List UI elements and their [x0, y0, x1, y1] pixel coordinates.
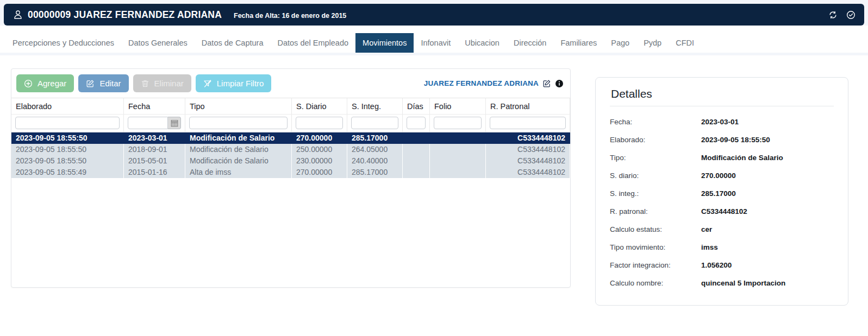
- content-area: Agregar Editar Eliminar: [0, 55, 868, 306]
- cell-r-patronal: C5334448102: [486, 155, 570, 167]
- eliminar-button[interactable]: Eliminar: [133, 74, 191, 92]
- employee-id-name: 00000009 JUAREZ FERNANDEZ ADRIANA: [28, 9, 222, 21]
- cell-folio: [430, 144, 486, 155]
- detail-row: Tipo: Modificación de Salario: [610, 149, 834, 167]
- plus-circle-icon: [24, 79, 33, 88]
- person-icon: [13, 9, 23, 20]
- cell-s-integ: 264.05000: [347, 144, 403, 155]
- filter-input-r-patronal[interactable]: [490, 117, 566, 129]
- detail-row: S. diario: 270.00000: [610, 167, 834, 185]
- filter-input-s-diario[interactable]: [296, 117, 343, 129]
- tab-percepciones-y-deducciones[interactable]: Percepciones y Deducciones: [5, 33, 121, 53]
- cell-dias: [403, 132, 430, 144]
- detail-value: cer: [701, 225, 712, 233]
- detail-row: Tipo movimiento: imss: [610, 238, 834, 256]
- cell-folio: [430, 167, 486, 178]
- filter-input-fecha[interactable]: [128, 117, 168, 129]
- sync-icon[interactable]: [828, 10, 838, 20]
- cell-tipo: Modificación de Salario: [185, 155, 292, 167]
- tab-infonavit[interactable]: Infonavit: [414, 33, 458, 53]
- cell-s-integ: 285.17000: [347, 132, 403, 144]
- trash-icon: [141, 79, 149, 88]
- details-list: Fecha: 2023-03-01 Elaborado: 2023-09-05 …: [610, 113, 834, 292]
- filter-input-elaborado[interactable]: [15, 117, 120, 129]
- info-icon[interactable]: [555, 79, 564, 88]
- detail-label: Factor integracion:: [610, 261, 701, 269]
- cell-tipo: Modificación de Salario: [185, 144, 292, 155]
- page-top: 00000009 JUAREZ FERNANDEZ ADRIANA Fecha …: [0, 0, 868, 26]
- cell-fecha: 2023-03-01: [124, 132, 185, 144]
- cell-tipo: Modificación de Salario: [185, 132, 292, 144]
- detail-value: 2023-09-05 18:55:50: [701, 136, 770, 144]
- table-filter-row: [11, 115, 570, 132]
- detail-label: Calculo nombre:: [610, 279, 701, 287]
- table-empty-area: [11, 178, 570, 287]
- filter-slash-icon: [203, 79, 212, 88]
- tab-movimientos[interactable]: Movimientos: [355, 33, 414, 53]
- cell-r-patronal: C5334448102: [486, 167, 570, 178]
- column-header-fecha[interactable]: Fecha: [124, 98, 185, 115]
- cell-s-integ: 240.40000: [347, 155, 403, 167]
- detail-row: Fecha: 2023-03-01: [610, 113, 834, 131]
- agregar-button[interactable]: Agregar: [16, 74, 74, 92]
- column-header-elaborado[interactable]: Elaborado: [11, 98, 124, 115]
- column-header-r-patronal[interactable]: R. Patronal: [486, 98, 570, 115]
- detail-value: Modificación de Salario: [701, 154, 783, 162]
- detail-value: C5334448102: [701, 207, 747, 215]
- cell-elaborado: 2023-09-05 18:55:50: [11, 155, 124, 167]
- employee-header-bar: 00000009 JUAREZ FERNANDEZ ADRIANA Fecha …: [4, 4, 864, 26]
- tab-pydp[interactable]: Pydp: [636, 33, 669, 53]
- table-row[interactable]: 2023-09-05 18:55:50 2015-05-01 Modificac…: [11, 155, 570, 167]
- tab-ubicacion[interactable]: Ubicacion: [458, 33, 507, 53]
- filter-input-folio[interactable]: [434, 117, 482, 129]
- detail-row: S. integ.: 285.17000: [610, 185, 834, 202]
- detail-label: Fecha:: [610, 118, 701, 126]
- column-header-folio[interactable]: Folio: [430, 98, 486, 115]
- table-row[interactable]: 2023-09-05 18:55:49 2015-01-16 Alta de i…: [11, 167, 570, 178]
- detail-row: R. patronal: C5334448102: [610, 202, 834, 220]
- detail-label: Elaborado:: [610, 136, 701, 144]
- table-row[interactable]: 2023-09-05 18:55:50 2023-03-01 Modificac…: [11, 132, 570, 144]
- tab-pago[interactable]: Pago: [604, 33, 636, 53]
- column-header-tipo[interactable]: Tipo: [185, 98, 292, 115]
- calendar-icon[interactable]: [168, 117, 181, 129]
- detail-label: S. integ.:: [610, 189, 701, 198]
- detail-label: R. patronal:: [610, 207, 701, 215]
- table-header-row: Elaborado Fecha Tipo S. Diario S. Integ.…: [11, 98, 570, 115]
- tab-cfdi[interactable]: CFDI: [669, 33, 701, 53]
- cell-elaborado: 2023-09-05 18:55:50: [11, 132, 124, 144]
- detail-row: Calculo estatus: cer: [610, 220, 834, 238]
- filter-input-tipo[interactable]: [189, 117, 288, 129]
- tab-direccion[interactable]: Dirección: [507, 33, 553, 53]
- eliminar-label: Eliminar: [154, 79, 184, 88]
- cell-dias: [403, 167, 430, 178]
- cell-folio: [430, 132, 486, 144]
- tab-datos-del-empleado[interactable]: Datos del Empleado: [270, 33, 355, 53]
- selected-employee-link[interactable]: JUAREZ FERNANDEZ ADRIANA: [424, 79, 539, 87]
- filter-input-dias[interactable]: [407, 117, 426, 129]
- detail-value: 285.17000: [701, 189, 736, 198]
- cell-r-patronal: C5334448102: [486, 132, 570, 144]
- cell-r-patronal: C5334448102: [486, 144, 570, 155]
- movements-toolbar: Agregar Editar Eliminar: [11, 69, 570, 98]
- detail-label: S. diario:: [610, 172, 701, 180]
- tab-datos-generales[interactable]: Datos Generales: [121, 33, 195, 53]
- cell-elaborado: 2023-09-05 18:55:50: [11, 144, 124, 155]
- cell-folio: [430, 155, 486, 167]
- tab-datos-de-captura[interactable]: Datos de Captura: [195, 33, 271, 53]
- check-circle-icon[interactable]: [846, 10, 855, 20]
- editar-button[interactable]: Editar: [78, 74, 128, 92]
- table-row[interactable]: 2023-09-05 18:55:50 2018-09-01 Modificac…: [11, 144, 570, 155]
- tab-bar: Percepciones y Deducciones Datos General…: [0, 33, 868, 55]
- limpiar-filtro-label: Limpiar Filtro: [217, 79, 264, 88]
- filter-input-s-integ[interactable]: [351, 117, 398, 129]
- column-header-s-integ[interactable]: S. Integ.: [347, 98, 403, 115]
- employee-edit-icon[interactable]: [542, 79, 551, 88]
- limpiar-filtro-button[interactable]: Limpiar Filtro: [196, 74, 272, 92]
- column-header-s-diario[interactable]: S. Diario: [292, 98, 347, 115]
- column-header-dias[interactable]: Días: [403, 98, 430, 115]
- detail-row: Elaborado: 2023-09-05 18:55:50: [610, 131, 834, 149]
- tab-familiares[interactable]: Familiares: [553, 33, 604, 53]
- fecha-alta-label: Fecha de Alta: 16 de enero de 2015: [234, 12, 346, 20]
- agregar-label: Agregar: [38, 79, 66, 88]
